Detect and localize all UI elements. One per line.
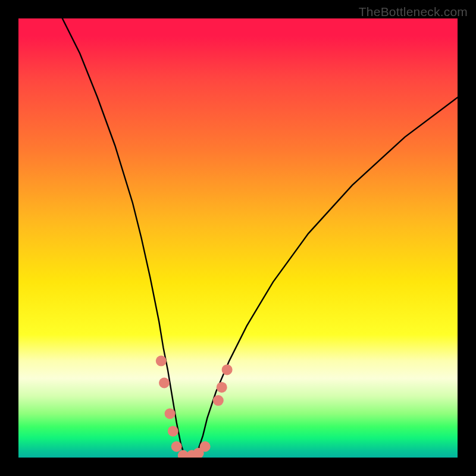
plot-area (18, 18, 458, 458)
curve-marker (156, 356, 167, 367)
curve-marker (168, 426, 178, 437)
curve-marker (217, 382, 227, 393)
curve-marker (200, 441, 211, 452)
bottleneck-curve-svg (18, 18, 458, 458)
bottleneck-curve (62, 18, 458, 458)
watermark-text: TheBottleneck.com (359, 5, 468, 19)
curve-marker (222, 364, 233, 375)
curve-marker (159, 378, 170, 389)
curve-marker (165, 408, 176, 419)
curve-marker (171, 441, 182, 452)
curve-marker (213, 395, 224, 406)
chart-frame: TheBottleneck.com (0, 0, 476, 476)
